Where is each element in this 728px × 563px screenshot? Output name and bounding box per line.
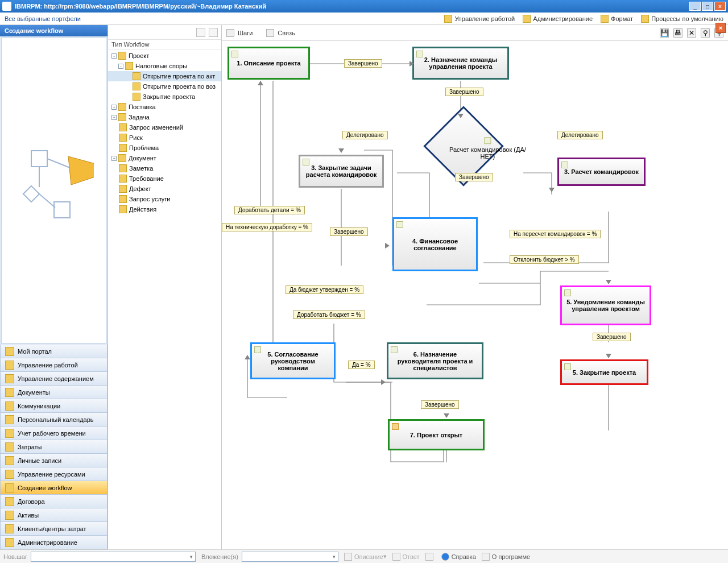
tool-link[interactable]: Связь <box>266 29 295 37</box>
tree-row[interactable]: +Задача <box>108 112 221 122</box>
nav-icon <box>5 347 14 356</box>
expand-icon[interactable]: + <box>111 156 117 161</box>
tree-row[interactable]: Действия <box>108 204 221 214</box>
top-item-default-proc[interactable]: Процессы по умолчанию <box>641 15 723 23</box>
arrow-icon <box>606 280 611 284</box>
nav-icon <box>5 456 14 465</box>
tree-row[interactable]: Риск <box>108 133 221 143</box>
doc-icon <box>564 363 571 370</box>
minimize-button[interactable]: _ <box>689 2 701 11</box>
tree-row[interactable]: Требование <box>108 173 221 184</box>
close-window-button[interactable]: × <box>714 2 726 11</box>
nav-item[interactable]: Личные записи <box>0 454 107 467</box>
print-icon[interactable] <box>196 28 205 37</box>
tree-row[interactable]: Проблема <box>108 143 221 153</box>
nav-item[interactable]: Персональный календарь <box>0 413 107 427</box>
nav-icon <box>5 524 14 533</box>
tree-row[interactable]: Запрос изменений <box>108 122 221 133</box>
nav-item[interactable]: Затраты <box>0 440 107 454</box>
arrow-icon <box>385 243 390 249</box>
nav-item[interactable]: Клиенты/центры затрат <box>0 522 107 536</box>
recycle-button[interactable] <box>425 553 436 561</box>
workflow-canvas[interactable]: 1. Описание проекта 2. Назначение команд… <box>222 41 728 549</box>
main-layout: Создание workflow Мой порталУправление р… <box>0 25 728 549</box>
expand-icon[interactable]: + <box>111 105 117 110</box>
canvas-close-button[interactable]: × <box>715 23 726 33</box>
top-item-admin[interactable]: Администрирование <box>523 15 593 23</box>
tree-row[interactable]: Открытие проекта по акт <box>108 71 221 81</box>
nav-icon <box>5 388 14 397</box>
help-button[interactable]: Справка <box>441 553 476 561</box>
node-2-team[interactable]: 2. Назначение команды управления проекта <box>412 47 509 80</box>
expand-icon[interactable]: - <box>118 64 123 69</box>
node-3b-calc[interactable]: 3. Расчет командировок <box>557 158 646 186</box>
tree-row[interactable]: -Налоговые споры <box>108 61 221 71</box>
nav-item[interactable]: Управление ресурсами <box>0 467 107 481</box>
attach-select[interactable]: ▾ <box>242 552 338 562</box>
print-canvas-icon[interactable]: 🖶 <box>673 28 682 38</box>
lbl-tech: На техническую доработку = % <box>222 223 312 231</box>
tree-row[interactable]: +Поставка <box>108 102 221 112</box>
save-icon[interactable]: 💾 <box>660 28 669 38</box>
top-item-work[interactable]: Управление работой <box>444 15 515 23</box>
tree-row[interactable]: Закрытие проекта <box>108 92 221 102</box>
svg-rect-0 <box>31 151 47 167</box>
answer-button[interactable]: Ответ <box>392 553 420 561</box>
top-item-format[interactable]: Формат <box>601 15 633 23</box>
arrow-icon <box>549 188 555 192</box>
nav-icon <box>5 442 14 452</box>
admin-icon <box>523 15 531 23</box>
nav-item[interactable]: Учет рабочего времени <box>0 427 107 440</box>
lbl-done-1: Завершено <box>344 59 382 68</box>
expand-icon[interactable]: + <box>111 115 117 120</box>
nav-item[interactable]: Создание workflow <box>0 481 107 495</box>
node-5-approve[interactable]: 5. Согласование руководством компании <box>250 342 336 379</box>
node-5-notify[interactable]: 5. Уведомление команды управления проект… <box>560 285 651 325</box>
preview-diagram-icon <box>14 145 94 236</box>
nav-item[interactable]: Активы <box>0 508 107 522</box>
portfolio-label[interactable]: Все выбранные портфели <box>5 15 436 22</box>
lbl-done-2: Завершено <box>445 88 483 96</box>
nav-item[interactable]: Мой портал <box>0 345 107 358</box>
about-button[interactable]: О программе <box>482 553 530 561</box>
desc-button[interactable]: Описание ▾ <box>344 553 387 561</box>
arrow-icon <box>606 354 611 358</box>
doc-icon <box>344 553 352 561</box>
tree-row[interactable]: Запрос услуги <box>108 194 221 204</box>
node-6-assign[interactable]: 6. Назначение руководителя проекта и спе… <box>387 342 483 379</box>
nav-item[interactable]: Управление содержанием <box>0 372 107 386</box>
refresh-icon[interactable] <box>209 28 218 37</box>
tree-row[interactable]: Заметка <box>108 163 221 173</box>
nav-item[interactable]: Документы <box>0 386 107 399</box>
maximize-button[interactable]: □ <box>702 2 713 11</box>
node-5-close-proj[interactable]: 5. Закрытие проекта <box>560 359 648 385</box>
new-step-select[interactable]: ▾ <box>31 552 196 562</box>
nav-icon <box>5 511 14 520</box>
arrow-icon <box>444 413 449 418</box>
tool-steps[interactable]: Шаги <box>226 29 253 37</box>
node-3a-close[interactable]: 3. Закрытие задачи расчета командировок <box>299 155 384 188</box>
lbl-bud: Доработать бюджет = % <box>293 311 365 319</box>
tree-row[interactable]: +Документ <box>108 153 221 163</box>
node-7-opened[interactable]: 7. Проект открыт <box>388 419 485 450</box>
delete-icon[interactable]: ✕ <box>687 28 696 38</box>
node-1-desc[interactable]: 1. Описание проекта <box>228 47 310 80</box>
nav-item[interactable]: Администрирование <box>0 536 107 549</box>
tree-row[interactable]: Дефект <box>108 184 221 194</box>
zoom-in-icon[interactable]: ⚲ <box>701 28 710 38</box>
tree-item-icon <box>119 134 127 142</box>
nav-item[interactable]: Договора <box>0 495 107 508</box>
recycle-icon <box>425 553 433 561</box>
workflow-type-tree[interactable]: -Проект-Налоговые спорыОткрытие проекта … <box>108 49 221 549</box>
node-4-finance[interactable]: 4. Финансовое согласование <box>392 217 478 271</box>
tree-row[interactable]: Открытие проекта по воз <box>108 81 221 92</box>
lbl-rec: На пересчет командировок = % <box>510 230 601 238</box>
nav-item[interactable]: Управление работой <box>0 358 107 372</box>
window-titlebar: IBMRPM: http://rpm:9080/webapp/IBMRPM/IB… <box>0 0 728 13</box>
tree-row[interactable]: -Проект <box>108 51 221 61</box>
expand-icon[interactable]: - <box>111 53 117 59</box>
svg-rect-2 <box>54 202 70 218</box>
lbl-done-4: Завершено <box>330 227 368 236</box>
nav-icon <box>5 361 14 370</box>
nav-item[interactable]: Коммуникации <box>0 399 107 413</box>
